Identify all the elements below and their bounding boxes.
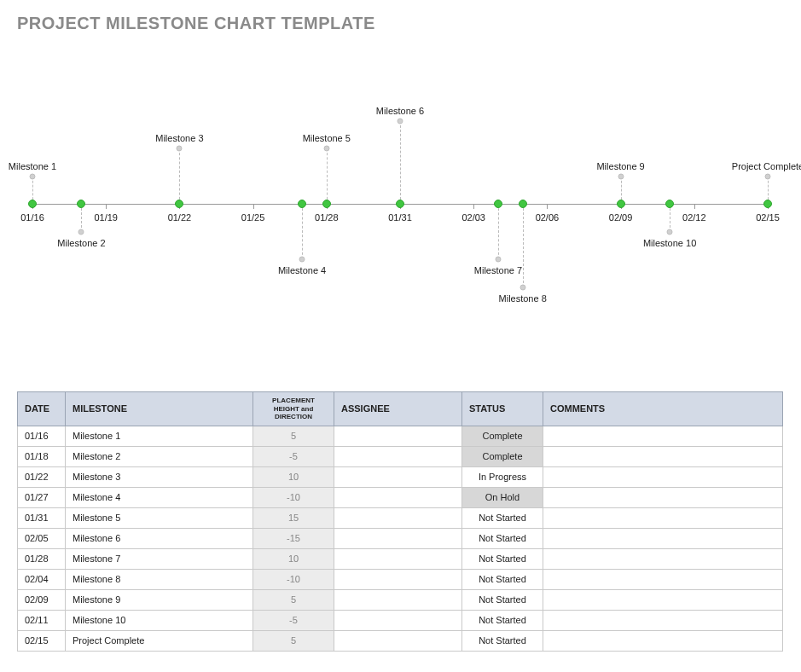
page-title: PROJECT MILESTONE CHART TEMPLATE (17, 14, 784, 33)
cell-placement[interactable]: -10 (253, 487, 334, 507)
cell-milestone[interactable]: Milestone 4 (66, 487, 253, 507)
axis-tick-label: 02/06 (536, 212, 560, 223)
cell-comments[interactable] (543, 507, 783, 528)
milestone-end-dot (177, 146, 183, 152)
milestone-end-dot (398, 118, 403, 124)
cell-placement[interactable]: 5 (253, 630, 334, 651)
cell-placement[interactable]: 10 (253, 466, 334, 487)
cell-comments[interactable] (543, 426, 783, 446)
cell-assignee[interactable] (334, 426, 462, 446)
cell-milestone[interactable]: Milestone 10 (66, 610, 253, 630)
cell-milestone[interactable]: Project Complete (66, 630, 253, 651)
cell-date[interactable]: 02/04 (18, 569, 66, 589)
milestone-label: Milestone 8 (499, 293, 547, 304)
cell-date[interactable]: 02/09 (18, 589, 66, 610)
milestone-end-dot (495, 257, 501, 263)
cell-status[interactable]: Not Started (462, 569, 543, 589)
cell-comments[interactable] (543, 528, 783, 548)
axis-tick (473, 204, 474, 209)
cell-date[interactable]: 01/22 (18, 466, 66, 487)
cell-milestone[interactable]: Milestone 1 (66, 426, 253, 446)
cell-date[interactable]: 02/11 (18, 610, 66, 630)
table-row: 02/15Project Complete5Not Started (18, 630, 783, 651)
cell-status[interactable]: Not Started (462, 630, 543, 651)
cell-milestone[interactable]: Milestone 8 (66, 569, 253, 589)
cell-comments[interactable] (543, 466, 783, 487)
cell-placement[interactable]: 5 (253, 589, 334, 610)
cell-milestone[interactable]: Milestone 9 (66, 589, 253, 610)
axis-tick-label: 02/09 (609, 212, 633, 223)
milestone-label: Milestone 1 (9, 161, 56, 171)
table-row: 01/28Milestone 710Not Started (18, 548, 783, 569)
cell-assignee[interactable] (334, 487, 462, 507)
table-row: 02/11Milestone 10-5Not Started (18, 610, 783, 630)
cell-assignee[interactable] (334, 610, 462, 630)
cell-assignee[interactable] (334, 569, 462, 589)
milestone-stem (302, 204, 303, 259)
cell-date[interactable]: 01/28 (18, 548, 66, 569)
cell-milestone[interactable]: Milestone 5 (66, 507, 253, 528)
milestone-axis-dot (298, 200, 306, 208)
th-assignee: ASSIGNEE (334, 392, 462, 426)
cell-status[interactable]: Not Started (462, 507, 543, 528)
th-date: DATE (18, 392, 66, 426)
cell-assignee[interactable] (334, 528, 462, 548)
milestone-end-dot (299, 257, 305, 263)
cell-comments[interactable] (543, 610, 783, 630)
milestone-axis-dot (519, 200, 527, 208)
table-header-row: DATE MILESTONE PLACEMENT HEIGHT and DIRE… (18, 392, 783, 426)
cell-placement[interactable]: -5 (253, 610, 334, 630)
cell-date[interactable]: 01/31 (18, 507, 66, 528)
cell-comments[interactable] (543, 630, 783, 651)
cell-date[interactable]: 02/15 (18, 630, 66, 651)
cell-date[interactable]: 01/16 (18, 426, 66, 446)
cell-status[interactable]: Not Started (462, 610, 543, 630)
cell-comments[interactable] (543, 446, 783, 466)
cell-placement[interactable]: 15 (253, 507, 334, 528)
cell-assignee[interactable] (334, 630, 462, 651)
milestone-stem (327, 148, 328, 204)
cell-comments[interactable] (543, 548, 783, 569)
milestone-timeline-chart: 01/1601/1901/2201/2501/2801/3102/0302/06… (17, 59, 783, 340)
milestone-label: Milestone 9 (596, 161, 644, 171)
cell-milestone[interactable]: Milestone 6 (66, 528, 253, 548)
cell-comments[interactable] (543, 589, 783, 610)
th-comments: COMMENTS (543, 392, 783, 426)
milestone-stem (498, 204, 499, 259)
cell-status[interactable]: Not Started (462, 589, 543, 610)
cell-assignee[interactable] (334, 548, 462, 569)
table-row: 01/27Milestone 4-10On Hold (18, 487, 783, 507)
cell-placement[interactable]: -10 (253, 569, 334, 589)
axis-tick (547, 204, 548, 209)
axis-tick-label: 02/15 (756, 212, 780, 223)
milestone-axis-dot (665, 200, 674, 208)
cell-status[interactable]: Not Started (462, 528, 543, 548)
cell-placement[interactable]: 5 (253, 426, 334, 446)
milestone-label: Project Complete (732, 161, 801, 171)
cell-comments[interactable] (543, 569, 783, 589)
milestone-axis-dot (175, 200, 183, 208)
cell-milestone[interactable]: Milestone 3 (66, 466, 253, 487)
cell-milestone[interactable]: Milestone 2 (66, 446, 253, 466)
cell-milestone[interactable]: Milestone 7 (66, 548, 253, 569)
cell-status[interactable]: Complete (462, 426, 543, 446)
cell-date[interactable]: 02/05 (18, 528, 66, 548)
cell-assignee[interactable] (334, 507, 462, 528)
table-row: 02/05Milestone 6-15Not Started (18, 528, 783, 548)
cell-placement[interactable]: -5 (253, 446, 334, 466)
th-status: STATUS (462, 392, 543, 426)
cell-status[interactable]: On Hold (462, 487, 543, 507)
cell-date[interactable]: 01/27 (18, 487, 66, 507)
cell-placement[interactable]: 10 (253, 548, 334, 569)
cell-status[interactable]: In Progress (462, 466, 543, 487)
cell-status[interactable]: Complete (462, 446, 543, 466)
cell-comments[interactable] (543, 487, 783, 507)
cell-assignee[interactable] (334, 466, 462, 487)
cell-assignee[interactable] (334, 589, 462, 610)
milestone-label: Milestone 2 (57, 238, 105, 248)
cell-placement[interactable]: -15 (253, 528, 334, 548)
cell-date[interactable]: 01/18 (18, 446, 66, 466)
cell-assignee[interactable] (334, 446, 462, 466)
cell-status[interactable]: Not Started (462, 548, 543, 569)
milestone-end-dot (765, 173, 771, 179)
